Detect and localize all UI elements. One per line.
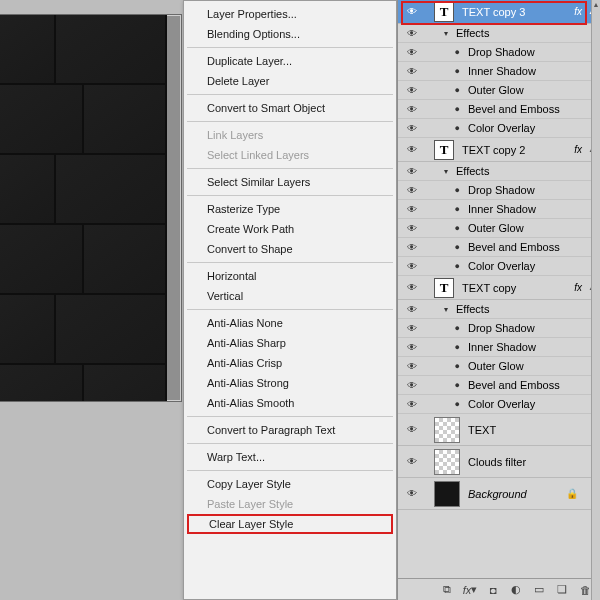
effect-color-overlay[interactable]: 👁● Color Overlay xyxy=(398,257,600,276)
effect-bullet-icon: ● xyxy=(420,261,466,271)
visibility-icon[interactable]: 👁 xyxy=(404,304,420,315)
menu-item-layer-properties[interactable]: Layer Properties... xyxy=(185,4,395,24)
layer-mask-icon[interactable]: ◘ xyxy=(486,583,500,597)
effect-label: Color Overlay xyxy=(466,122,535,134)
visibility-icon[interactable]: 👁 xyxy=(404,424,420,435)
effect-inner-shadow[interactable]: 👁● Inner Shadow xyxy=(398,62,600,81)
menu-separator xyxy=(187,262,393,263)
effect-bevel-and-emboss[interactable]: 👁● Bevel and Emboss xyxy=(398,100,600,119)
visibility-icon[interactable]: 👁 xyxy=(404,456,420,467)
visibility-icon[interactable]: 👁 xyxy=(404,47,420,58)
new-layer-icon[interactable]: ❏ xyxy=(555,583,569,597)
menu-item-warp-text[interactable]: Warp Text... xyxy=(185,447,395,467)
menu-item-convert-to-paragraph-text[interactable]: Convert to Paragraph Text xyxy=(185,420,395,440)
menu-item-duplicate-layer[interactable]: Duplicate Layer... xyxy=(185,51,395,71)
effect-bullet-icon: ● xyxy=(420,85,466,95)
visibility-icon[interactable]: 👁 xyxy=(404,123,420,134)
layer-style-icon[interactable]: fx▾ xyxy=(463,583,477,597)
visibility-icon[interactable]: 👁 xyxy=(404,361,420,372)
effect-label: Inner Shadow xyxy=(466,65,536,77)
menu-item-clear-layer-style[interactable]: Clear Layer Style xyxy=(187,514,393,534)
effect-inner-shadow[interactable]: 👁● Inner Shadow xyxy=(398,200,600,219)
new-group-icon[interactable]: ▭ xyxy=(532,583,546,597)
effect-bullet-icon: ● xyxy=(420,104,466,114)
effects-header[interactable]: 👁▾ Effects xyxy=(398,24,600,43)
document-canvas[interactable] xyxy=(0,14,182,402)
visibility-icon[interactable]: 👁 xyxy=(404,144,420,155)
layer-name-label: TEXT copy 3 xyxy=(458,6,570,18)
menu-separator xyxy=(187,168,393,169)
menu-item-convert-to-shape[interactable]: Convert to Shape xyxy=(185,239,395,259)
layer-background[interactable]: 👁 Background 🔒 xyxy=(398,478,600,510)
visibility-icon[interactable]: 👁 xyxy=(404,223,420,234)
menu-item-anti-alias-none[interactable]: Anti-Alias None xyxy=(185,313,395,333)
effect-color-overlay[interactable]: 👁● Color Overlay xyxy=(398,119,600,138)
visibility-icon[interactable]: 👁 xyxy=(404,28,420,39)
expand-icon: ▾ xyxy=(420,29,454,38)
visibility-icon[interactable]: 👁 xyxy=(404,342,420,353)
visibility-icon[interactable]: 👁 xyxy=(404,488,420,499)
text-layer-thumb-icon: T xyxy=(434,140,454,160)
panel-scrollbar[interactable]: ▲ xyxy=(591,0,600,600)
effects-label: Effects xyxy=(454,165,489,177)
visibility-icon[interactable]: 👁 xyxy=(404,104,420,115)
layer-clouds-filter[interactable]: 👁 Clouds filter xyxy=(398,446,600,478)
effects-header[interactable]: 👁▾ Effects xyxy=(398,162,600,181)
effect-bullet-icon: ● xyxy=(420,380,466,390)
visibility-icon[interactable]: 👁 xyxy=(404,261,420,272)
effect-outer-glow[interactable]: 👁● Outer Glow xyxy=(398,81,600,100)
menu-item-rasterize-type[interactable]: Rasterize Type xyxy=(185,199,395,219)
menu-separator xyxy=(187,470,393,471)
adjustment-layer-icon[interactable]: ◐ xyxy=(509,583,523,597)
effect-drop-shadow[interactable]: 👁● Drop Shadow xyxy=(398,319,600,338)
menu-item-anti-alias-crisp[interactable]: Anti-Alias Crisp xyxy=(185,353,395,373)
visibility-icon[interactable]: 👁 xyxy=(404,204,420,215)
lock-icon: 🔒 xyxy=(566,488,578,499)
effects-label: Effects xyxy=(454,303,489,315)
effect-drop-shadow[interactable]: 👁● Drop Shadow xyxy=(398,43,600,62)
effect-label: Outer Glow xyxy=(466,360,524,372)
visibility-icon[interactable]: 👁 xyxy=(404,185,420,196)
effect-color-overlay[interactable]: 👁● Color Overlay xyxy=(398,395,600,414)
effects-header[interactable]: 👁▾ Effects xyxy=(398,300,600,319)
visibility-icon[interactable]: 👁 xyxy=(404,166,420,177)
effect-inner-shadow[interactable]: 👁● Inner Shadow xyxy=(398,338,600,357)
menu-item-vertical[interactable]: Vertical xyxy=(185,286,395,306)
menu-item-delete-layer[interactable]: Delete Layer xyxy=(185,71,395,91)
menu-separator xyxy=(187,47,393,48)
visibility-icon[interactable]: 👁 xyxy=(404,66,420,77)
menu-item-create-work-path[interactable]: Create Work Path xyxy=(185,219,395,239)
delete-layer-icon[interactable]: 🗑 xyxy=(578,583,592,597)
effect-drop-shadow[interactable]: 👁● Drop Shadow xyxy=(398,181,600,200)
link-layers-icon[interactable]: ⧉ xyxy=(440,583,454,597)
visibility-icon[interactable]: 👁 xyxy=(404,282,420,293)
menu-separator xyxy=(187,443,393,444)
menu-item-select-similar-layers[interactable]: Select Similar Layers xyxy=(185,172,395,192)
effect-bullet-icon: ● xyxy=(420,123,466,133)
visibility-icon[interactable]: 👁 xyxy=(404,323,420,334)
layer-thumbnail xyxy=(434,449,460,475)
layer-text[interactable]: 👁 TEXT xyxy=(398,414,600,446)
visibility-icon[interactable]: 👁 xyxy=(404,380,420,391)
visibility-icon[interactable]: 👁 xyxy=(404,85,420,96)
effect-outer-glow[interactable]: 👁● Outer Glow xyxy=(398,357,600,376)
menu-item-paste-layer-style: Paste Layer Style xyxy=(185,494,395,514)
menu-item-copy-layer-style[interactable]: Copy Layer Style xyxy=(185,474,395,494)
menu-item-anti-alias-strong[interactable]: Anti-Alias Strong xyxy=(185,373,395,393)
layer-thumbnail xyxy=(434,481,460,507)
effect-outer-glow[interactable]: 👁● Outer Glow xyxy=(398,219,600,238)
menu-item-anti-alias-sharp[interactable]: Anti-Alias Sharp xyxy=(185,333,395,353)
menu-item-horizontal[interactable]: Horizontal xyxy=(185,266,395,286)
effect-bullet-icon: ● xyxy=(420,204,466,214)
menu-item-anti-alias-smooth[interactable]: Anti-Alias Smooth xyxy=(185,393,395,413)
effect-bevel-and-emboss[interactable]: 👁● Bevel and Emboss xyxy=(398,238,600,257)
layer-text-copy[interactable]: 👁 T TEXT copy fx ▲ xyxy=(398,276,600,300)
visibility-icon[interactable]: 👁 xyxy=(404,6,420,17)
visibility-icon[interactable]: 👁 xyxy=(404,242,420,253)
visibility-icon[interactable]: 👁 xyxy=(404,399,420,410)
layer-text-copy-3[interactable]: 👁 T TEXT copy 3 fx ▲ xyxy=(398,0,600,24)
effect-bevel-and-emboss[interactable]: 👁● Bevel and Emboss xyxy=(398,376,600,395)
menu-item-convert-to-smart-object[interactable]: Convert to Smart Object xyxy=(185,98,395,118)
layer-text-copy-2[interactable]: 👁 T TEXT copy 2 fx ▲ xyxy=(398,138,600,162)
menu-item-blending-options[interactable]: Blending Options... xyxy=(185,24,395,44)
